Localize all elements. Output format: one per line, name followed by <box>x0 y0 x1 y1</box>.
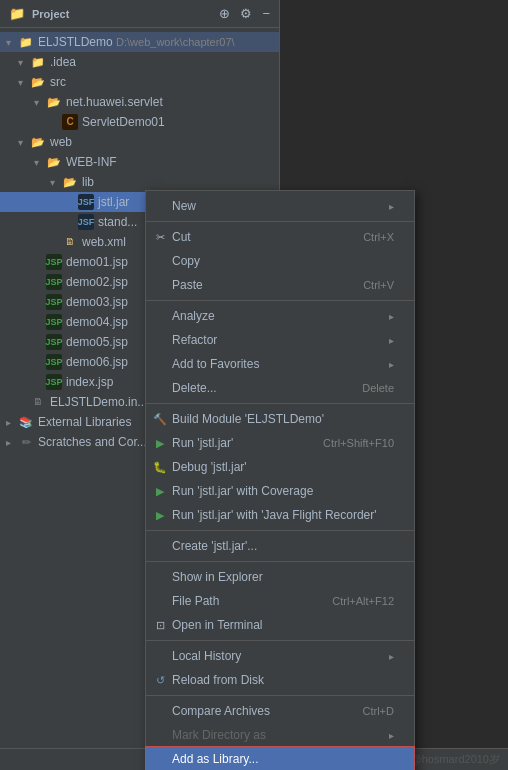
item-label-root: ELJSTLDemo D:\web_work\chapter07\ <box>38 35 235 49</box>
menu-item-new[interactable]: New ▸ <box>146 194 414 218</box>
menu-item-run-coverage[interactable]: ▶ Run 'jstl.jar' with Coverage <box>146 479 414 503</box>
arrow-src <box>18 77 28 87</box>
tree-item-web[interactable]: 📂 web <box>0 132 279 152</box>
menu-label-paste: Paste <box>172 278 203 292</box>
xml-icon-webxml: 🗎 <box>62 234 78 250</box>
folder-icon-web: 📂 <box>30 134 46 150</box>
menu-sep-4 <box>146 530 414 531</box>
menu-item-mark-dir[interactable]: Mark Directory as ▸ <box>146 723 414 747</box>
arrow-extlibs <box>6 417 16 427</box>
menu-item-run-flight[interactable]: ▶ Run 'jstl.jar' with 'Java Flight Recor… <box>146 503 414 527</box>
project-icon: 📁 <box>6 4 28 23</box>
menu-item-add-favorites[interactable]: Add to Favorites ▸ <box>146 352 414 376</box>
menu-item-compare-archives[interactable]: Compare Archives Ctrl+D <box>146 699 414 723</box>
menu-label-reload-disk: Reload from Disk <box>172 673 264 687</box>
menu-item-reload-disk[interactable]: ↺ Reload from Disk <box>146 668 414 692</box>
item-label-web: web <box>50 135 72 149</box>
terminal-icon: ⊡ <box>152 617 168 633</box>
menu-sep-6 <box>146 640 414 641</box>
arrow-scratches <box>6 437 16 447</box>
item-label-scratches: Scratches and Cor... <box>38 435 147 449</box>
menu-label-copy: Copy <box>172 254 200 268</box>
menu-label-add-library: Add as Library... <box>172 752 258 766</box>
jsp-icon-index: JSP <box>46 374 62 390</box>
item-label-jstljar: jstl.jar <box>98 195 129 209</box>
sync-icon[interactable]: ⊕ <box>216 4 233 23</box>
tree-item-lib[interactable]: 📂 lib <box>0 172 279 192</box>
reload-icon: ↺ <box>152 672 168 688</box>
menu-item-refactor[interactable]: Refactor ▸ <box>146 328 414 352</box>
menu-label-debug-jstl: Debug 'jstl.jar' <box>172 460 247 474</box>
menu-item-create-jar[interactable]: Create 'jstl.jar'... <box>146 534 414 558</box>
item-label-servletdemo01: ServletDemo01 <box>82 115 165 129</box>
menu-label-build-module: Build Module 'ELJSTLDemo' <box>172 412 324 426</box>
menu-item-cut[interactable]: ✂ Cut Ctrl+X <box>146 225 414 249</box>
java-icon-servletdemo: C <box>62 114 78 130</box>
tree-item-src[interactable]: 📂 src <box>0 72 279 92</box>
shortcut-filepath: Ctrl+Alt+F12 <box>332 595 394 607</box>
flight-icon: ▶ <box>152 507 168 523</box>
menu-item-analyze[interactable]: Analyze ▸ <box>146 304 414 328</box>
tree-item-servlet[interactable]: 📂 net.huawei.servlet <box>0 92 279 112</box>
menu-item-build-module[interactable]: 🔨 Build Module 'ELJSTLDemo' <box>146 407 414 431</box>
tree-item-webinf[interactable]: 📂 WEB-INF <box>0 152 279 172</box>
menu-label-compare-archives: Compare Archives <box>172 704 270 718</box>
copy-icon <box>152 253 168 269</box>
jsp-icon-demo05: JSP <box>46 334 62 350</box>
item-label-demo03: demo03.jsp <box>66 295 128 309</box>
menu-item-delete[interactable]: Delete... Delete <box>146 376 414 400</box>
menu-label-run-jstl: Run 'jstl.jar' <box>172 436 233 450</box>
jsp-icon-demo04: JSP <box>46 314 62 330</box>
settings-icon[interactable]: ⚙ <box>237 4 255 23</box>
build-icon: 🔨 <box>152 411 168 427</box>
menu-sep-7 <box>146 695 414 696</box>
panel-title: Project <box>32 8 212 20</box>
menu-item-run-jstl[interactable]: ▶ Run 'jstl.jar' Ctrl+Shift+F10 <box>146 431 414 455</box>
menu-sep-1 <box>146 221 414 222</box>
ext-icon-scratches: ✏ <box>18 434 34 450</box>
menu-label-new: New <box>172 199 196 213</box>
panel-header: 📁 Project ⊕ ⚙ − <box>0 0 279 28</box>
menu-arrow-analyze: ▸ <box>389 311 394 322</box>
folder-icon-servlet: 📂 <box>46 94 62 110</box>
menu-item-file-path[interactable]: File Path Ctrl+Alt+F12 <box>146 589 414 613</box>
tree-item-root[interactable]: 📁 ELJSTLDemo D:\web_work\chapter07\ <box>0 32 279 52</box>
menu-item-copy[interactable]: Copy <box>146 249 414 273</box>
item-label-src: src <box>50 75 66 89</box>
folder-icon-webinf: 📂 <box>46 154 62 170</box>
menu-item-debug-jstl[interactable]: 🐛 Debug 'jstl.jar' <box>146 455 414 479</box>
menu-item-open-terminal[interactable]: ⊡ Open in Terminal <box>146 613 414 637</box>
menu-label-run-flight: Run 'jstl.jar' with 'Java Flight Recorde… <box>172 508 377 522</box>
jsp-icon-demo01: JSP <box>46 254 62 270</box>
item-label-eljstldemo: ELJSTLDemo.in... <box>50 395 147 409</box>
shortcut-run: Ctrl+Shift+F10 <box>323 437 394 449</box>
item-label-webxml: web.xml <box>82 235 126 249</box>
folder-icon-root: 📁 <box>18 34 34 50</box>
shortcut-cut: Ctrl+X <box>363 231 394 243</box>
menu-label-run-coverage: Run 'jstl.jar' with Coverage <box>172 484 313 498</box>
menu-label-open-terminal: Open in Terminal <box>172 618 263 632</box>
item-label-webinf: WEB-INF <box>66 155 117 169</box>
jsp-icon-demo02: JSP <box>46 274 62 290</box>
menu-sep-2 <box>146 300 414 301</box>
context-menu: New ▸ ✂ Cut Ctrl+X Copy Paste Ctrl+V Ana… <box>145 190 415 770</box>
item-label-extlibs: External Libraries <box>38 415 131 429</box>
arrow-webinf <box>34 157 44 167</box>
menu-label-refactor: Refactor <box>172 333 217 347</box>
minimize-icon[interactable]: − <box>259 4 273 23</box>
menu-label-local-history: Local History <box>172 649 241 663</box>
menu-item-show-explorer[interactable]: Show in Explorer <box>146 565 414 589</box>
cut-icon: ✂ <box>152 229 168 245</box>
item-label-demo04: demo04.jsp <box>66 315 128 329</box>
tree-item-idea[interactable]: 📁 .idea <box>0 52 279 72</box>
menu-item-local-history[interactable]: Local History ▸ <box>146 644 414 668</box>
shortcut-compare: Ctrl+D <box>363 705 394 717</box>
folder-icon-src: 📂 <box>30 74 46 90</box>
menu-item-paste[interactable]: Paste Ctrl+V <box>146 273 414 297</box>
menu-item-add-library[interactable]: Add as Library... <box>146 747 414 770</box>
tree-item-servletdemo01[interactable]: C ServletDemo01 <box>0 112 279 132</box>
shortcut-paste: Ctrl+V <box>363 279 394 291</box>
menu-label-create-jar: Create 'jstl.jar'... <box>172 539 257 553</box>
menu-label-delete: Delete... <box>172 381 217 395</box>
menu-sep-5 <box>146 561 414 562</box>
